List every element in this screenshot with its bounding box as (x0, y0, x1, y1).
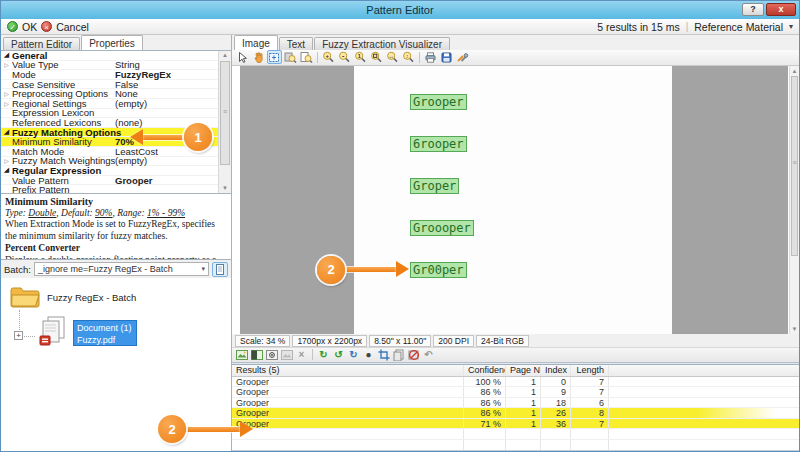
tab-properties[interactable]: Properties (81, 35, 143, 50)
annotation-arrowhead (240, 421, 253, 437)
zoom-actual-size-icon[interactable]: 1 (353, 50, 368, 64)
layers-icon[interactable] (392, 348, 405, 361)
ok-button[interactable]: OK (22, 21, 37, 33)
image-contrast-icon[interactable] (250, 348, 263, 361)
tab-text[interactable]: Text (279, 37, 313, 50)
zoom-marquee-icon[interactable] (267, 50, 282, 64)
expand-arrow-icon[interactable]: ▷ (1, 157, 12, 164)
zoom-in-icon[interactable]: + (321, 50, 336, 64)
tab-pattern-editor[interactable]: Pattern Editor (3, 37, 80, 50)
image-viewer[interactable]: Grooper 6rooper Groper Groooper Gr00per … (232, 66, 799, 335)
scrollbar-thumb[interactable]: ≡ (220, 61, 230, 165)
tab-fuzzy-extraction-visualizer[interactable]: Fuzzy Extraction Visualizer (314, 37, 450, 50)
result-row[interactable]: Grooper 86 % 1 18 6 (232, 398, 799, 409)
chevron-down-icon[interactable]: ▾ (201, 265, 205, 273)
scroll-down-icon[interactable]: ▼ (790, 324, 799, 334)
zoom-fit-height-icon[interactable]: ↕ (401, 50, 416, 64)
rotate-ccw-icon[interactable]: ↺ (332, 348, 345, 361)
scroll-up-icon[interactable]: ▲ (790, 66, 799, 76)
match-highlight[interactable]: 6rooper (410, 136, 467, 152)
property-row-prefix-pattern[interactable]: Prefix Pattern (1, 185, 218, 194)
zoom-out-icon[interactable]: - (337, 50, 352, 64)
save-icon[interactable] (439, 50, 454, 64)
image-levels-icon[interactable] (265, 348, 278, 361)
status-size: 8.50" x 11.00" (369, 335, 431, 347)
print-icon[interactable] (423, 50, 438, 64)
match-highlight[interactable]: Groooper (410, 220, 474, 236)
batch-bar: Batch: _ignore me=Fuzzy RegEx - Batch ▾ (1, 260, 231, 278)
annotation-arrowhead (396, 261, 409, 277)
batch-properties-button[interactable] (212, 262, 228, 277)
svg-text:↔: ↔ (388, 53, 394, 59)
image-toolbar: + - 1 ↔ ↕ (232, 50, 799, 66)
scroll-up-icon[interactable]: ▲ (219, 51, 231, 60)
tree-root-label[interactable]: Fuzzy RegEx - Batch (47, 292, 136, 303)
result-row[interactable]: Grooper 100 % 1 0 7 (232, 377, 799, 388)
window-title: Pattern Editor (366, 4, 433, 16)
status-scale: Scale: 34 % (235, 335, 290, 347)
document-filename: Fuzzy.pdf (77, 334, 133, 346)
pan-hand-icon[interactable] (251, 50, 266, 64)
chevron-down-icon[interactable]: ▾ (789, 22, 793, 31)
annotation-arrowhead (130, 129, 143, 145)
collapse-triangle-icon[interactable]: ◢ (1, 128, 12, 136)
folder-icon[interactable] (9, 284, 41, 314)
expand-arrow-icon[interactable]: ▷ (1, 90, 12, 97)
scan-margin-left (240, 66, 354, 335)
crop-icon[interactable] (377, 348, 390, 361)
results-header-row[interactable]: Results (5) Confidence Page No Index Len… (232, 365, 799, 377)
tree-node-document-selected[interactable]: Document (1) Fuzzy.pdf (73, 320, 137, 346)
image-adjust-icon[interactable] (235, 348, 248, 361)
result-row-highlighted[interactable]: Grooper 71 % 1 36 7 (232, 419, 799, 430)
col-results[interactable]: Results (5) (232, 365, 464, 376)
description-meta: Type: Double, Default: 90%, Range: 1% - … (5, 208, 227, 219)
batch-selector[interactable]: _ignore me=Fuzzy RegEx - Batch ▾ (34, 262, 209, 276)
description-title: Minimum Similarity (5, 196, 227, 208)
expand-arrow-icon[interactable]: ▷ (1, 100, 12, 107)
col-confidence[interactable]: Confidence (464, 365, 506, 376)
reference-material-button[interactable]: Reference Material (694, 21, 783, 33)
match-highlight[interactable]: Gr00per (410, 262, 467, 278)
zoom-fit-width-icon[interactable]: ↔ (385, 50, 400, 64)
result-row[interactable]: Grooper 86 % 1 9 7 (232, 387, 799, 398)
annotation-badge-2: 2 (158, 415, 186, 443)
title-bar[interactable]: Pattern Editor ? x (1, 1, 799, 19)
document-icon (215, 264, 225, 275)
col-length[interactable]: Length (571, 365, 609, 376)
pointer-icon[interactable] (235, 50, 250, 64)
scan-margin-right (672, 66, 788, 335)
results-status: 5 results in 15 ms (597, 21, 679, 33)
refresh-icon[interactable]: ↻ (317, 348, 330, 361)
match-highlight[interactable]: Grooper (410, 94, 467, 110)
description-subtitle: Percent Converter (5, 243, 227, 254)
result-row-highlighted[interactable]: Grooper 86 % 1 26 8 (232, 408, 799, 419)
zoom-fit-icon[interactable] (369, 50, 384, 64)
collapse-triangle-icon[interactable]: ◢ (1, 166, 12, 174)
col-index[interactable]: Index (541, 365, 571, 376)
scrollbar-thumb[interactable]: ≡ (791, 76, 798, 256)
description-body: When Extraction Mode is set to FuzzyRegE… (5, 219, 227, 242)
cancel-button[interactable]: Cancel (56, 21, 89, 33)
col-page-no[interactable]: Page No (506, 365, 541, 376)
tree-expand-icon[interactable]: + (14, 331, 23, 340)
tab-image[interactable]: Image (234, 35, 278, 50)
remove-page-icon[interactable] (407, 348, 420, 361)
image-tools-icon[interactable] (455, 50, 470, 64)
expand-arrow-icon[interactable]: ▷ (1, 61, 12, 68)
viewer-scrollbar[interactable]: ▲ ≡ ▼ (789, 66, 799, 335)
scroll-down-icon[interactable]: ▼ (219, 184, 231, 193)
close-button[interactable]: x (766, 3, 796, 16)
thumb-grip-icon: ≡ (792, 159, 797, 166)
help-button[interactable]: ? (742, 3, 764, 16)
collapse-triangle-icon[interactable]: ◢ (1, 51, 12, 59)
match-highlight[interactable]: Groper (410, 178, 459, 194)
document-stack-icon[interactable] (39, 316, 69, 352)
despeckle-icon[interactable]: ● (362, 348, 375, 361)
zoom-region-icon[interactable] (283, 50, 298, 64)
document-title: Document (1) (77, 322, 133, 334)
ok-icon: ✓ (7, 21, 18, 32)
image-status-bar: Scale: 34 % 1700px x 2200px 8.50" x 11.0… (232, 334, 799, 347)
zoom-page-icon[interactable] (299, 50, 314, 64)
property-grid-scrollbar[interactable]: ▲ ≡ ▼ (218, 51, 231, 193)
rotate-cw-icon[interactable]: ↻ (347, 348, 360, 361)
